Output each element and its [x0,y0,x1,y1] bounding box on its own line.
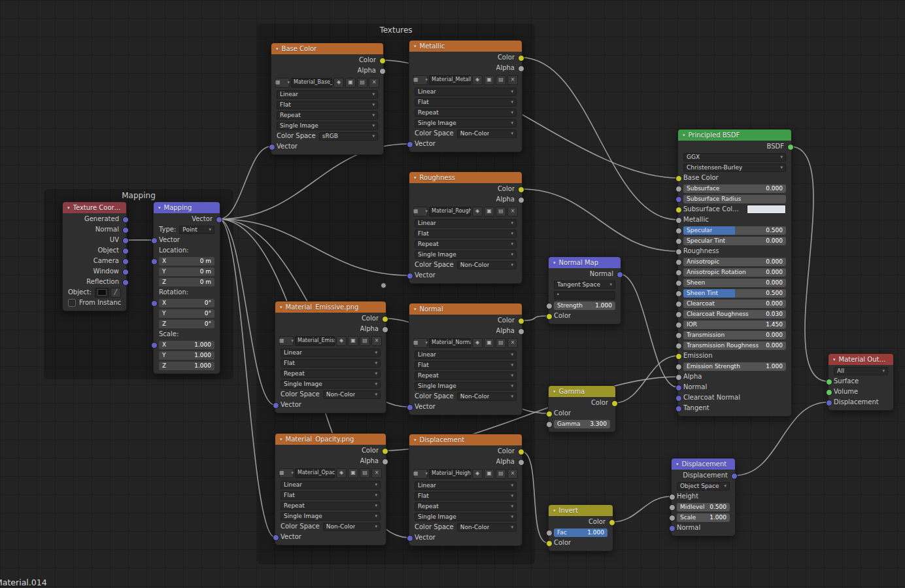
slider-specular[interactable]: Specular0.500 [683,226,786,235]
dropdown-non-color[interactable]: Non-Color▾ [457,523,517,532]
image-browse-button[interactable]: ▦▾ [279,468,294,478]
vector-field-z[interactable]: Z1.000 [159,362,214,370]
collapse-icon[interactable]: ▾ [553,389,556,394]
vector-button-subsurface-radius[interactable]: Subsurface Radius [683,195,786,203]
output-socket-generated[interactable] [122,216,129,223]
dropdown-flat[interactable]: Flat▾ [277,101,378,109]
output-socket-normal[interactable] [617,271,623,278]
image-browse-button[interactable]: ▦▾ [413,338,428,348]
dropdown-flat[interactable]: Flat▾ [415,230,517,238]
copy-button[interactable]: ▣ [484,75,494,85]
slider-anisotropic-rotation[interactable]: Anisotropic Rotation0.000 [683,268,786,277]
input-socket-surface[interactable] [826,379,832,385]
open-image-button[interactable]: ▤ [357,78,367,88]
slider-clearcoat-roughness[interactable]: Clearcoat Roughness0.030 [683,310,786,319]
collapse-icon[interactable]: ▾ [414,175,417,181]
input-socket-clearcoat-roughness[interactable] [675,311,682,318]
copy-button[interactable]: ▣ [348,336,358,346]
input-socket-clearcoat[interactable] [675,301,682,307]
output-socket-bsdf[interactable] [787,144,794,150]
node-principled-bsdf[interactable]: ▾Principled BSDFBSDFGGX▾Christensen-Burl… [677,129,792,417]
node-header[interactable]: ▾Roughness [409,172,522,183]
output-socket-uv[interactable] [122,237,129,244]
collapse-icon[interactable]: ▾ [553,260,556,266]
output-socket-color[interactable] [379,58,386,64]
node-image-texture-metallic[interactable]: ▾MetallicColorAlpha▦▾Material_Metallic..… [409,40,522,152]
unlink-button[interactable]: × [507,207,518,216]
vector-field-z[interactable]: Z0 m [159,278,214,286]
dropdown-flat[interactable]: Flat▾ [281,491,381,500]
unlink-button[interactable]: × [507,75,518,85]
slider-clearcoat[interactable]: Clearcoat0.000 [683,300,786,308]
input-socket-displacement[interactable] [826,400,832,406]
input-socket-sheen[interactable] [675,280,682,286]
output-socket-alpha[interactable] [518,65,524,72]
dropdown-all[interactable]: All▾ [834,367,888,375]
slider-transmission[interactable]: Transmission0.000 [683,331,786,339]
output-socket-alpha[interactable] [379,68,386,75]
node-header[interactable]: ▾Invert [549,505,613,516]
copy-button[interactable]: ▣ [484,207,494,216]
image-name-field[interactable]: Material_Opacity... [295,468,335,478]
unlink-button[interactable]: × [371,468,382,478]
input-socket-vector[interactable] [151,300,158,307]
output-socket-alpha[interactable] [518,459,524,466]
input-socket-vector[interactable] [407,141,413,148]
color-swatch[interactable] [747,205,786,214]
uv-map-field[interactable]: • [554,291,615,300]
fake-user-button[interactable]: ◈ [472,75,483,85]
node-header[interactable]: ▾Material Output [828,354,893,365]
dropdown-christensen-burley[interactable]: Christensen-Burley▾ [683,164,786,172]
slider-transmission-roughness[interactable]: Transmission Roughness0.000 [683,341,786,350]
node-header[interactable]: ▾Texture Coordinate [63,202,126,213]
node-texture-coordinate[interactable]: ▾Texture CoordinateGeneratedNormalUVObje… [62,201,127,311]
fake-user-button[interactable]: ◈ [472,338,483,348]
dropdown-non-color[interactable]: Non-Color▾ [457,392,517,401]
input-socket-specular[interactable] [675,228,682,234]
node-image-texture-emissive[interactable]: ▾Material_Emissive.pngColorAlpha▦▾Materi… [275,301,386,413]
input-socket-vector[interactable] [407,404,413,411]
dropdown-linear[interactable]: Linear▾ [281,349,381,357]
open-image-button[interactable]: ▤ [496,207,506,216]
input-socket-roughness[interactable] [675,249,682,255]
output-socket-alpha[interactable] [518,197,524,203]
slider-anisotropic[interactable]: Anisotropic0.000 [683,258,786,266]
collapse-icon[interactable]: ▾ [158,205,161,211]
node-header[interactable]: ▾Material_Opacity.png [275,434,386,445]
node-header[interactable]: ▾Principled BSDF [678,130,791,141]
node-image-texture-normal[interactable]: ▾NormalColorAlpha▦▾Material_Normal_...◈▣… [409,303,522,415]
input-socket-tangent[interactable] [675,406,682,412]
dropdown-ggx[interactable]: GGX▾ [683,153,786,162]
input-socket-vector[interactable] [151,237,158,244]
dropdown-repeat[interactable]: Repeat▾ [415,109,517,117]
dropdown-non-color[interactable]: Non-Color▾ [457,130,517,138]
dropdown-single-image[interactable]: Single Image▾ [277,122,378,130]
input-socket-gamma[interactable] [546,421,553,428]
dropdown-non-color[interactable]: Non-Color▾ [457,261,517,269]
input-socket-emission[interactable] [675,353,682,360]
fake-user-button[interactable]: ◈ [336,336,347,346]
node-gamma[interactable]: ▾GammaColorColorGamma3.300 [548,385,616,432]
copy-button[interactable]: ▣ [348,468,358,478]
node-displacement[interactable]: ▾DisplacementDisplacementObject Space▾He… [671,458,736,536]
dropdown-repeat[interactable]: Repeat▾ [281,502,381,510]
dropdown-linear[interactable]: Linear▾ [277,90,378,99]
dropdown-single-image[interactable]: Single Image▾ [415,251,517,259]
slider-scale[interactable]: Scale1.000 [677,513,730,522]
input-socket-subsurface-radius[interactable] [675,196,682,203]
input-socket-subsurface-col[interactable] [675,207,682,213]
dropdown-tangent-space[interactable]: Tangent Space▾ [554,281,615,289]
copy-button[interactable]: ▣ [345,78,356,88]
dropdown-linear[interactable]: Linear▾ [415,351,517,359]
input-socket-transmission[interactable] [675,332,682,339]
input-socket-vector[interactable] [151,258,158,265]
output-socket-color[interactable] [518,55,524,61]
image-name-field[interactable]: Material_Roughn... [429,207,471,216]
dropdown-single-image[interactable]: Single Image▾ [281,380,381,389]
slider-emission-strength[interactable]: Emission Strength1.000 [683,362,786,371]
input-socket-volume[interactable] [826,389,832,396]
dropdown-repeat[interactable]: Repeat▾ [415,240,517,249]
unlink-button[interactable]: × [507,338,518,348]
fake-user-button[interactable]: ◈ [472,207,483,216]
dropdown-flat[interactable]: Flat▾ [415,492,517,500]
